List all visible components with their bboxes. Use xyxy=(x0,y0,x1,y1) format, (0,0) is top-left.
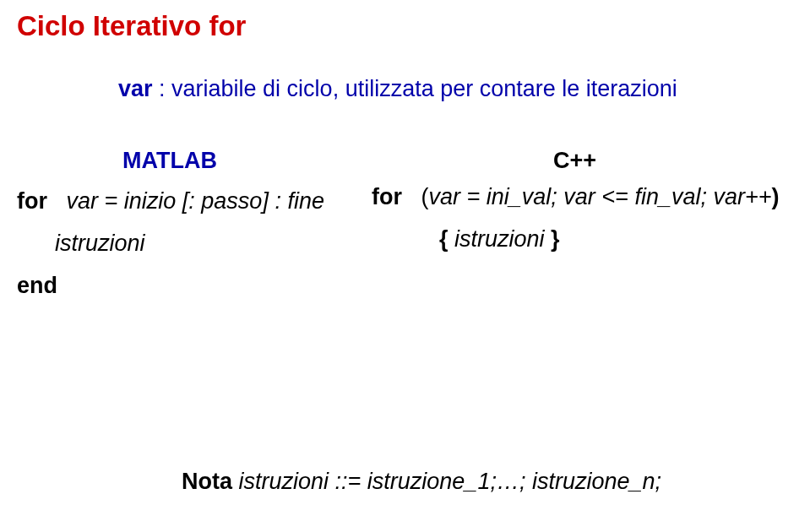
matlab-for-keyword: for xyxy=(17,188,47,214)
page-title: Ciclo Iterativo for xyxy=(17,10,246,42)
subtitle-var: var xyxy=(118,76,153,101)
cpp-open-paren: ( xyxy=(421,184,429,209)
cpp-line2: { istruzioni } xyxy=(439,226,560,252)
cpp-open-brace: { xyxy=(439,226,448,252)
matlab-line1: for var = inizio [: passo] : fine xyxy=(17,188,324,214)
cpp-close-paren: ) xyxy=(771,184,779,209)
cpp-close-brace: } xyxy=(551,226,560,252)
cpp-line2-body: istruzioni xyxy=(448,226,552,252)
subtitle: var : variabile di ciclo, utilizzata per… xyxy=(118,76,677,102)
cpp-line1-body: var = ini_val; var <= fin_val; var++ xyxy=(429,184,772,209)
cpp-label: C++ xyxy=(553,148,596,174)
matlab-line1-rest: var = inizio [: passo] : fine xyxy=(67,188,324,214)
cpp-line1: for (var = ini_val; var <= fin_val; var+… xyxy=(372,184,779,210)
cpp-for-keyword: for xyxy=(372,184,402,209)
matlab-label: MATLAB xyxy=(122,148,217,174)
note-bold: Nota xyxy=(182,469,232,494)
subtitle-rest: : variabile di ciclo, utilizzata per con… xyxy=(153,76,677,101)
matlab-line2: istruzioni xyxy=(55,231,145,257)
note: Nota istruzioni ::= istruzione_1;…; istr… xyxy=(182,469,661,495)
matlab-end-keyword: end xyxy=(17,273,57,299)
note-rest: istruzioni ::= istruzione_1;…; istruzion… xyxy=(232,469,661,494)
